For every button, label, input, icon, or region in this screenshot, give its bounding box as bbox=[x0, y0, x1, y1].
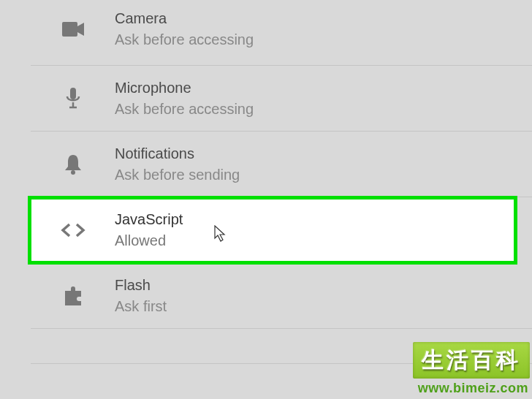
bell-icon bbox=[31, 153, 115, 175]
setting-subtitle: Ask before accessing bbox=[115, 101, 532, 118]
setting-row-camera[interactable]: Camera Ask before accessing bbox=[31, 0, 532, 66]
setting-title: JavaScript bbox=[115, 211, 516, 228]
setting-subtitle: Ask first bbox=[115, 298, 532, 315]
setting-row-flash[interactable]: Flash Ask first bbox=[31, 263, 532, 329]
setting-text: Flash Ask first bbox=[115, 277, 532, 315]
setting-row-notifications[interactable]: Notifications Ask before sending bbox=[31, 132, 532, 197]
setting-subtitle: Ask before accessing bbox=[115, 31, 532, 48]
svg-rect-1 bbox=[70, 88, 76, 99]
watermark-logo-text: 生活百科 bbox=[422, 346, 521, 376]
watermark-url: www.bimeiz.com bbox=[418, 381, 528, 396]
setting-row-microphone[interactable]: Microphone Ask before accessing bbox=[31, 66, 532, 132]
setting-subtitle: Ask before sending bbox=[115, 167, 532, 183]
setting-text: Camera Ask before accessing bbox=[115, 10, 532, 48]
puzzle-icon bbox=[31, 285, 115, 307]
svg-point-4 bbox=[71, 170, 75, 175]
setting-text: Microphone Ask before accessing bbox=[115, 80, 532, 118]
code-icon bbox=[31, 223, 115, 238]
watermark-logo: 生活百科 bbox=[413, 342, 530, 379]
setting-text: Notifications Ask before sending bbox=[115, 145, 532, 183]
camera-icon bbox=[31, 22, 115, 37]
microphone-icon bbox=[31, 88, 115, 110]
svg-rect-0 bbox=[62, 22, 77, 37]
setting-title: Microphone bbox=[115, 80, 532, 96]
content-settings-list: Camera Ask before accessing Microphone A… bbox=[31, 0, 532, 364]
setting-row-javascript[interactable]: JavaScript Allowed bbox=[29, 197, 516, 263]
setting-text: JavaScript Allowed bbox=[115, 211, 516, 249]
setting-subtitle: Allowed bbox=[115, 232, 516, 249]
setting-title: Flash bbox=[115, 277, 532, 294]
setting-title: Notifications bbox=[115, 145, 532, 162]
setting-title: Camera bbox=[115, 10, 532, 27]
